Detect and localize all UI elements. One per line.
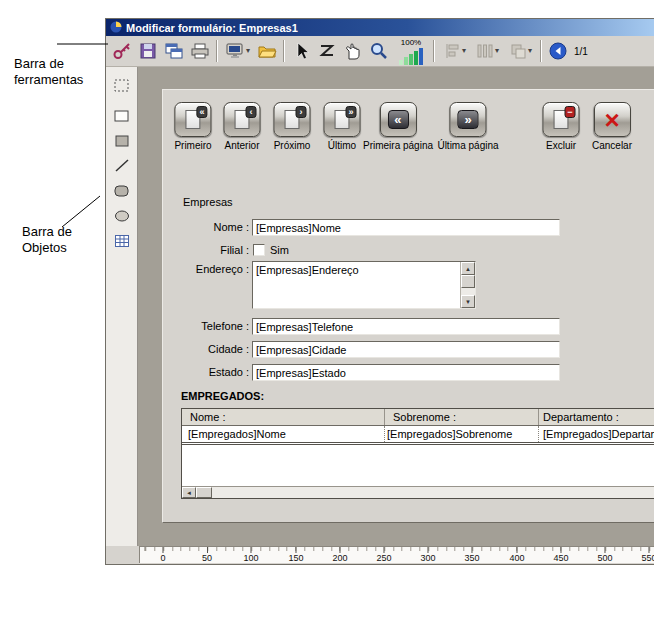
nav-button-label: Último: [324, 140, 361, 151]
nav-button-group: « Primeiro: [174, 102, 211, 151]
field-row: Cidade : [Empresas]Cidade: [163, 341, 654, 358]
pointer-tool-icon[interactable]: [288, 38, 314, 64]
cell-empregados-departamento[interactable]: [Empregados]Departamento: [539, 426, 654, 442]
page-indicator: 1/1: [574, 46, 588, 57]
delete-badge-icon: −: [565, 106, 576, 118]
endereco-field-value: [Empresas]Endereço: [256, 264, 359, 276]
nav-button-label: Excluir: [543, 140, 580, 151]
previous-record-badge-icon: ‹: [246, 106, 257, 118]
horizontal-scrollbar[interactable]: ◄: [182, 486, 654, 498]
excluir-button[interactable]: −: [543, 102, 580, 137]
dropdown-arrow-icon[interactable]: ▾: [495, 47, 499, 55]
ruler-tick: 450: [553, 547, 568, 563]
zoom-level-bars-icon: [399, 48, 423, 65]
ruler-tick: 200: [332, 547, 347, 563]
display-icon[interactable]: ▾: [221, 38, 254, 64]
ruler-tick: 550: [641, 547, 654, 563]
nav-button-group: × Cancelar: [592, 102, 632, 151]
dropdown-arrow-icon[interactable]: ▾: [462, 47, 466, 55]
vertical-scrollbar-thumb[interactable]: [461, 275, 475, 288]
title-bar[interactable]: Modificar formulário: Empresas1: [106, 19, 654, 36]
object-bar: [106, 67, 138, 546]
toolbar-separator: [216, 40, 218, 62]
zoom-tool-icon[interactable]: [366, 38, 392, 64]
ellipse-tool-icon[interactable]: [111, 205, 133, 227]
field-row: Telefone : [Empresas]Telefone: [163, 318, 654, 335]
nome-field-input[interactable]: [Empresas]Nome: [252, 219, 560, 236]
ruler-tick: 300: [420, 547, 435, 563]
field-row: Nome : [Empresas]Nome: [163, 219, 654, 236]
primeiro-button[interactable]: «: [174, 102, 211, 137]
entry-order-icon[interactable]: [314, 38, 340, 64]
rounded-rectangle-tool-icon[interactable]: [111, 180, 133, 202]
horizontal-ruler: 0 50 100 150 200 250 300 350 400 450 500…: [139, 546, 654, 563]
filial-checkbox[interactable]: [253, 244, 265, 256]
key-icon[interactable]: [109, 38, 135, 64]
screenshot-root: Barra de ferramentas Barra de Objetos Mo…: [0, 0, 654, 621]
next-record-badge-icon: ›: [296, 106, 307, 118]
rectangle-tool-icon[interactable]: [111, 105, 133, 127]
column-header-nome[interactable]: Nome :: [182, 409, 385, 425]
telefone-field-label: Telefone :: [163, 320, 249, 332]
marquee-tool-icon[interactable]: [111, 75, 133, 97]
estado-field-input[interactable]: [Empresas]Estado: [252, 364, 560, 381]
nav-button-group: − Excluir: [543, 102, 580, 151]
dropdown-arrow-icon[interactable]: ▾: [528, 47, 532, 55]
field-row: Estado : [Empresas]Estado: [163, 364, 654, 381]
cancelar-button[interactable]: ×: [594, 102, 631, 137]
distribute-icon[interactable]: ▾: [471, 38, 504, 64]
align-icon[interactable]: ▾: [438, 38, 471, 64]
line-tool-icon[interactable]: [111, 155, 133, 177]
scroll-left-button[interactable]: ◄: [182, 487, 196, 498]
ultima-pagina-button[interactable]: »: [450, 102, 487, 137]
zoom-percentage-label: 100%: [401, 38, 421, 47]
open-folder-icon[interactable]: [254, 38, 280, 64]
document-icon: ›: [285, 110, 300, 129]
left-arrow-icon: ◄: [186, 490, 192, 496]
editor-main-area: « Primeiro ‹ Anterior › Pró: [106, 67, 654, 546]
endereco-field-textarea[interactable]: [Empresas]Endereço ▲ ▼: [252, 261, 476, 309]
nav-button-label: Cancelar: [592, 140, 632, 151]
horizontal-scrollbar-thumb[interactable]: [196, 487, 212, 498]
down-arrow-icon: ▼: [465, 299, 471, 305]
scroll-down-button[interactable]: ▼: [461, 295, 475, 308]
toolbar-separator: [283, 40, 285, 62]
back-icon[interactable]: [545, 38, 571, 64]
nav-button-label: Anterior: [224, 140, 261, 151]
nav-button-group: › Próximo: [274, 102, 311, 151]
first-record-badge-icon: «: [196, 106, 207, 118]
cidade-field-input[interactable]: [Empresas]Cidade: [252, 341, 560, 358]
first-page-arrow-icon: «: [387, 110, 408, 129]
scroll-up-button[interactable]: ▲: [461, 262, 475, 275]
nav-button-label: Última página: [437, 140, 498, 151]
print-icon[interactable]: [187, 38, 213, 64]
toolbar-separator: [540, 40, 542, 62]
save-icon[interactable]: [135, 38, 161, 64]
zoom-level-widget[interactable]: 100%: [392, 37, 430, 65]
ruler-tick: 500: [597, 547, 612, 563]
form-editor-window: Modificar formulário: Empresas1 ▾: [105, 18, 654, 565]
nav-button-group: « Primeira página: [363, 102, 433, 151]
column-header-sobrenome[interactable]: Sobrenome :: [385, 409, 539, 425]
document-icon: »: [335, 110, 350, 129]
telefone-field-input[interactable]: [Empresas]Telefone: [252, 318, 560, 335]
ruler-tick: 400: [509, 547, 524, 563]
ruler-minor-ticks: [140, 547, 654, 551]
anterior-button[interactable]: ‹: [224, 102, 261, 137]
vertical-scrollbar[interactable]: ▲ ▼: [460, 262, 475, 308]
dropdown-arrow-icon[interactable]: ▾: [246, 47, 250, 55]
filled-rectangle-tool-icon[interactable]: [111, 130, 133, 152]
form-explorer-icon[interactable]: [161, 38, 187, 64]
primeira-pagina-button[interactable]: «: [379, 102, 416, 137]
empresas-group-label: Empresas: [183, 196, 233, 208]
document-icon: −: [554, 110, 569, 129]
proximo-button[interactable]: ›: [274, 102, 311, 137]
cell-empregados-sobrenome[interactable]: [Empregados]Sobrenome: [385, 426, 539, 442]
grid-tool-icon[interactable]: [111, 230, 133, 252]
level-icon[interactable]: ▾: [504, 38, 537, 64]
ultimo-button[interactable]: »: [324, 102, 361, 137]
nav-button-group: » Último: [324, 102, 361, 151]
hand-tool-icon[interactable]: [340, 38, 366, 64]
cell-empregados-nome[interactable]: [Empregados]Nome: [182, 426, 385, 442]
column-header-departamento[interactable]: Departamento :: [539, 409, 654, 425]
